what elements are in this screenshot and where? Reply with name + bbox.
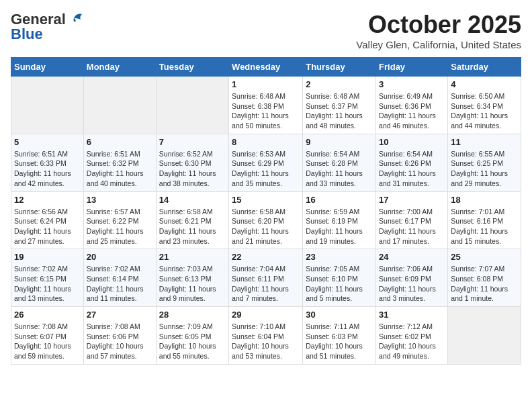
calendar-cell: 6Sunrise: 6:51 AMSunset: 6:32 PMDaylight… xyxy=(83,134,156,191)
day-info: Sunrise: 7:09 AMSunset: 6:05 PMDaylight:… xyxy=(159,322,226,361)
calendar-cell: 26Sunrise: 7:08 AMSunset: 6:07 PMDayligh… xyxy=(11,307,84,365)
day-number: 31 xyxy=(379,310,445,320)
calendar-cell xyxy=(83,77,156,134)
calendar-cell: 22Sunrise: 7:04 AMSunset: 6:11 PMDayligh… xyxy=(229,249,303,307)
day-info: Sunrise: 7:03 AMSunset: 6:13 PMDaylight:… xyxy=(159,264,226,304)
column-header-saturday: Saturday xyxy=(448,58,521,77)
day-number: 17 xyxy=(379,195,445,205)
day-number: 28 xyxy=(159,310,226,320)
calendar-cell xyxy=(11,77,84,134)
page-header: General Blue October 2025 Valley Glen, C… xyxy=(11,11,521,50)
day-number: 14 xyxy=(159,195,226,205)
day-info: Sunrise: 6:54 AMSunset: 6:26 PMDaylight:… xyxy=(379,149,445,189)
calendar-week-row: 26Sunrise: 7:08 AMSunset: 6:07 PMDayligh… xyxy=(11,307,521,365)
calendar-cell: 10Sunrise: 6:54 AMSunset: 6:26 PMDayligh… xyxy=(376,134,448,191)
day-info: Sunrise: 6:58 AMSunset: 6:21 PMDaylight:… xyxy=(159,207,226,246)
calendar-cell: 27Sunrise: 7:08 AMSunset: 6:06 PMDayligh… xyxy=(83,307,156,365)
day-info: Sunrise: 7:08 AMSunset: 6:06 PMDaylight:… xyxy=(87,322,153,361)
day-number: 5 xyxy=(14,137,81,147)
calendar-cell: 8Sunrise: 6:53 AMSunset: 6:29 PMDaylight… xyxy=(229,134,303,191)
calendar-cell: 21Sunrise: 7:03 AMSunset: 6:13 PMDayligh… xyxy=(156,249,228,307)
calendar-cell: 31Sunrise: 7:12 AMSunset: 6:02 PMDayligh… xyxy=(376,307,448,365)
day-info: Sunrise: 6:52 AMSunset: 6:30 PMDaylight:… xyxy=(159,149,226,189)
calendar-cell: 18Sunrise: 7:01 AMSunset: 6:16 PMDayligh… xyxy=(448,191,521,249)
day-number: 22 xyxy=(232,252,300,262)
day-info: Sunrise: 7:01 AMSunset: 6:16 PMDaylight:… xyxy=(451,207,518,246)
day-info: Sunrise: 6:57 AMSunset: 6:22 PMDaylight:… xyxy=(87,207,153,246)
day-number: 8 xyxy=(232,137,300,147)
calendar-cell: 20Sunrise: 7:02 AMSunset: 6:14 PMDayligh… xyxy=(83,249,156,307)
calendar-cell: 23Sunrise: 7:05 AMSunset: 6:10 PMDayligh… xyxy=(303,249,376,307)
calendar-cell: 9Sunrise: 6:54 AMSunset: 6:28 PMDaylight… xyxy=(303,134,376,191)
title-block: October 2025 Valley Glen, California, Un… xyxy=(356,11,521,50)
day-info: Sunrise: 6:50 AMSunset: 6:34 PMDaylight:… xyxy=(451,91,518,131)
day-info: Sunrise: 6:55 AMSunset: 6:25 PMDaylight:… xyxy=(451,149,518,189)
day-info: Sunrise: 6:51 AMSunset: 6:33 PMDaylight:… xyxy=(14,149,81,189)
calendar-table: SundayMondayTuesdayWednesdayThursdayFrid… xyxy=(11,57,521,365)
day-info: Sunrise: 6:56 AMSunset: 6:24 PMDaylight:… xyxy=(14,207,81,246)
column-header-wednesday: Wednesday xyxy=(229,58,303,77)
day-info: Sunrise: 7:11 AMSunset: 6:03 PMDaylight:… xyxy=(306,322,373,361)
day-number: 4 xyxy=(451,79,518,89)
calendar-cell: 12Sunrise: 6:56 AMSunset: 6:24 PMDayligh… xyxy=(11,191,84,249)
calendar-cell: 14Sunrise: 6:58 AMSunset: 6:21 PMDayligh… xyxy=(156,191,228,249)
day-number: 7 xyxy=(159,137,226,147)
day-number: 15 xyxy=(232,195,300,205)
calendar-cell: 5Sunrise: 6:51 AMSunset: 6:33 PMDaylight… xyxy=(11,134,84,191)
day-number: 6 xyxy=(87,137,153,147)
day-info: Sunrise: 6:48 AMSunset: 6:38 PMDaylight:… xyxy=(232,91,300,131)
calendar-cell: 4Sunrise: 6:50 AMSunset: 6:34 PMDaylight… xyxy=(448,77,521,134)
day-info: Sunrise: 6:48 AMSunset: 6:37 PMDaylight:… xyxy=(306,91,373,131)
calendar-cell: 13Sunrise: 6:57 AMSunset: 6:22 PMDayligh… xyxy=(83,191,156,249)
calendar-cell: 11Sunrise: 6:55 AMSunset: 6:25 PMDayligh… xyxy=(448,134,521,191)
day-info: Sunrise: 7:08 AMSunset: 6:07 PMDaylight:… xyxy=(14,322,81,361)
logo-bird-icon xyxy=(67,11,85,25)
day-number: 3 xyxy=(379,79,445,89)
column-header-thursday: Thursday xyxy=(303,58,376,77)
day-info: Sunrise: 7:02 AMSunset: 6:14 PMDaylight:… xyxy=(87,264,153,304)
day-number: 10 xyxy=(379,137,445,147)
calendar-week-row: 12Sunrise: 6:56 AMSunset: 6:24 PMDayligh… xyxy=(11,191,521,249)
day-info: Sunrise: 7:05 AMSunset: 6:10 PMDaylight:… xyxy=(306,264,373,304)
day-info: Sunrise: 7:12 AMSunset: 6:02 PMDaylight:… xyxy=(379,322,445,361)
day-number: 24 xyxy=(379,252,445,262)
calendar-cell: 24Sunrise: 7:06 AMSunset: 6:09 PMDayligh… xyxy=(376,249,448,307)
calendar-cell: 28Sunrise: 7:09 AMSunset: 6:05 PMDayligh… xyxy=(156,307,228,365)
calendar-cell: 7Sunrise: 6:52 AMSunset: 6:30 PMDaylight… xyxy=(156,134,228,191)
calendar-cell: 29Sunrise: 7:10 AMSunset: 6:04 PMDayligh… xyxy=(229,307,303,365)
day-info: Sunrise: 6:59 AMSunset: 6:19 PMDaylight:… xyxy=(306,207,373,246)
day-number: 30 xyxy=(306,310,373,320)
day-number: 9 xyxy=(306,137,373,147)
day-number: 20 xyxy=(87,252,153,262)
day-number: 26 xyxy=(14,310,81,320)
day-info: Sunrise: 6:49 AMSunset: 6:36 PMDaylight:… xyxy=(379,91,445,131)
calendar-cell: 1Sunrise: 6:48 AMSunset: 6:38 PMDaylight… xyxy=(229,77,303,134)
column-header-tuesday: Tuesday xyxy=(156,58,228,77)
day-number: 11 xyxy=(451,137,518,147)
calendar-week-row: 5Sunrise: 6:51 AMSunset: 6:33 PMDaylight… xyxy=(11,134,521,191)
day-info: Sunrise: 6:51 AMSunset: 6:32 PMDaylight:… xyxy=(87,149,153,189)
calendar-cell: 17Sunrise: 7:00 AMSunset: 6:17 PMDayligh… xyxy=(376,191,448,249)
day-info: Sunrise: 7:06 AMSunset: 6:09 PMDaylight:… xyxy=(379,264,445,304)
day-number: 18 xyxy=(451,195,518,205)
calendar-cell: 19Sunrise: 7:02 AMSunset: 6:15 PMDayligh… xyxy=(11,249,84,307)
location-subtitle: Valley Glen, California, United States xyxy=(356,39,521,50)
day-number: 23 xyxy=(306,252,373,262)
calendar-cell: 15Sunrise: 6:58 AMSunset: 6:20 PMDayligh… xyxy=(229,191,303,249)
calendar-cell: 30Sunrise: 7:11 AMSunset: 6:03 PMDayligh… xyxy=(303,307,376,365)
day-info: Sunrise: 6:58 AMSunset: 6:20 PMDaylight:… xyxy=(232,207,300,246)
calendar-week-row: 19Sunrise: 7:02 AMSunset: 6:15 PMDayligh… xyxy=(11,249,521,307)
day-info: Sunrise: 6:54 AMSunset: 6:28 PMDaylight:… xyxy=(306,149,373,189)
day-info: Sunrise: 6:53 AMSunset: 6:29 PMDaylight:… xyxy=(232,149,300,189)
calendar-header-row: SundayMondayTuesdayWednesdayThursdayFrid… xyxy=(11,58,521,77)
column-header-friday: Friday xyxy=(376,58,448,77)
logo-blue: Blue xyxy=(11,26,43,43)
day-number: 29 xyxy=(232,310,300,320)
day-number: 21 xyxy=(159,252,226,262)
calendar-cell: 25Sunrise: 7:07 AMSunset: 6:08 PMDayligh… xyxy=(448,249,521,307)
day-info: Sunrise: 7:00 AMSunset: 6:17 PMDaylight:… xyxy=(379,207,445,246)
day-number: 1 xyxy=(232,79,300,89)
calendar-cell: 2Sunrise: 6:48 AMSunset: 6:37 PMDaylight… xyxy=(303,77,376,134)
day-info: Sunrise: 7:10 AMSunset: 6:04 PMDaylight:… xyxy=(232,322,300,361)
logo: General Blue xyxy=(11,11,85,43)
